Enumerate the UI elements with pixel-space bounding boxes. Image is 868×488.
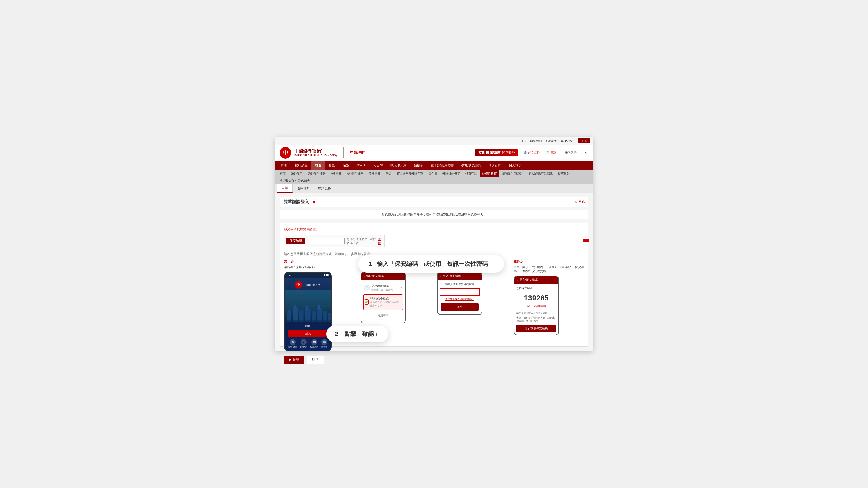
- sub-nav-gold[interactable]: 貴金屬: [426, 170, 440, 177]
- phone-login-btn[interactable]: 登入: [288, 330, 328, 337]
- nav-item-insurance[interactable]: 保險: [339, 161, 353, 170]
- sub-nav-ipo[interactable]: 新股認購/存款認識: [526, 170, 555, 177]
- login-icon: 🔐: [365, 299, 369, 305]
- steps-area: 第一步 請點選「流動保安編碼」 8:42 ▊▊▊ 中 中國銀行(香港): [284, 259, 584, 351]
- nav-item-lica[interactable]: 理財: [277, 161, 291, 170]
- nav-item-upgrade[interactable]: 提升/緊急限額: [457, 161, 485, 170]
- back-icon-3[interactable]: ‹: [440, 274, 442, 278]
- app-screen4-header: ‹ 登入/保安編碼: [514, 276, 558, 284]
- app-menu-login-code[interactable]: 🔐 登入/保安編碼 作為登入網上銀行行驗並完成安全交易 ›: [363, 294, 403, 310]
- app-screen-2: ‹ 獲取保安編碼 📄 交易驗證編碼 驗證此次交易的密碼: [361, 272, 406, 323]
- cityscape-svg: [285, 304, 331, 322]
- tab-records[interactable]: 申請記錄: [314, 184, 335, 192]
- step3-title: 第三步: [437, 259, 507, 264]
- nav-item-assistant[interactable]: 個人助理: [485, 161, 505, 170]
- sub-nav-questionnaire[interactable]: 客戶投資取向問卷/服告: [277, 177, 313, 184]
- otp-input-box[interactable]: [440, 288, 479, 296]
- app-screen2-header: ‹ 獲取保安編碼: [361, 272, 405, 280]
- nav-item-ecoupon[interactable]: 電子結算/通知書: [427, 161, 457, 170]
- apply-icon: 🏦: [524, 151, 527, 154]
- app-screen2-body: 📄 交易驗證編碼 驗證此次交易的密碼 › 🔐: [361, 280, 405, 323]
- sub-nav-overview[interactable]: 概覽: [277, 170, 288, 177]
- sub-nav-astock[interactable]: A股證券: [328, 170, 344, 177]
- phone-mockup: 8:42 ▊▊▊ 中 中國銀行(香港): [284, 272, 332, 351]
- sub-nav-usstock[interactable]: 美股證券: [366, 170, 383, 177]
- otp-confirm-btn[interactable]: 確文: [441, 304, 478, 311]
- sub-nav-research[interactable]: 研究報告: [555, 170, 572, 177]
- qr-icon: 📱: [301, 339, 307, 345]
- apply-btn[interactable]: 🏦 起立賬戶: [521, 150, 542, 155]
- phone-signal: ▊▊▊: [324, 274, 329, 276]
- logo-circle: 中: [280, 147, 291, 159]
- input-label: 保安編碼: [286, 238, 306, 244]
- sub-nav-fxlink[interactable]: 外匯掛鈎投資: [440, 170, 463, 177]
- svg-rect-7: [306, 306, 308, 309]
- print-label: 列印: [579, 200, 585, 204]
- app-notes: 注意事項: [363, 311, 403, 321]
- print-button[interactable]: 🖨 列印: [575, 200, 585, 204]
- steps-intro: 請在您的手機上開啟流動應用程式，並根據以下步驟進行驗證:: [284, 252, 584, 256]
- svg-rect-2: [292, 307, 298, 321]
- svg-rect-10: [318, 305, 320, 309]
- main-link[interactable]: 主頁: [521, 139, 527, 143]
- bottom-buttons: ▶ 確認 取消: [284, 356, 584, 364]
- browser-window: 主頁 聯絡我們 香港時間：2024/08/26 登出 中 中國銀行(香港) BA…: [275, 137, 593, 351]
- nav-item-bank[interactable]: 銀行結算: [291, 161, 311, 170]
- sub-nav-fx[interactable]: 資金賬戶及外匯存單: [394, 170, 426, 177]
- cancel-button[interactable]: 取消: [307, 356, 324, 364]
- chevron-icon-2: ›: [401, 300, 402, 304]
- qr-label: QR碼付: [300, 346, 307, 348]
- sub-nav-structured[interactable]: 結構性投資: [479, 170, 499, 177]
- main-content-box: 意見博覽 該交易須使用雙重認證。 保安編碼 您亦可選擇使用一次性密碼，請 按此 …: [280, 223, 588, 347]
- top-nav-links: 主頁 聯絡我們 香港時間：2024/08/26: [521, 139, 574, 143]
- code-timer: 倒計 54秒後過時: [517, 305, 556, 308]
- logo-area: 中 中國銀行(香港) BANK OF CHINA (HONG KONG) 中銀理…: [280, 147, 365, 159]
- user-selector[interactable]: 我的賬戶: [562, 150, 588, 155]
- nav-item-rmb[interactable]: 人民幣: [370, 161, 386, 170]
- chevron-icon-1: ›: [401, 286, 402, 290]
- auth-note: 該交易須使用雙重認證。: [284, 227, 584, 232]
- otp-resend[interactable]: 忘記流動保安編碼密碼嗎？: [440, 298, 479, 301]
- logo-text-area: 中國銀行(香港) BANK OF CHINA (HONG KONG): [294, 148, 337, 157]
- nav-item-loan[interactable]: 貸款: [325, 161, 339, 170]
- tab-account[interactable]: 賬戶資料: [292, 184, 314, 192]
- app-screen2-title: 獲取保安編碼: [366, 274, 384, 278]
- nav-item-invest[interactable]: 投資: [311, 161, 325, 170]
- sub-nav-fund[interactable]: 基金: [383, 170, 394, 177]
- sub-nav-deposit[interactable]: 投資存款: [463, 170, 479, 177]
- back-icon-4[interactable]: ‹: [517, 278, 518, 282]
- invest-label: 投資理財: [310, 346, 318, 348]
- back-icon[interactable]: ‹: [364, 274, 365, 278]
- security-code-input[interactable]: [308, 238, 345, 244]
- sub-nav-hkstock[interactable]: 港股證券: [288, 170, 306, 177]
- login-item2-label: 登入/保安編碼: [370, 297, 401, 301]
- nav-item-credit[interactable]: 信用卡: [353, 161, 370, 170]
- step-2-block: 第二步 選擇「登入/保安編碼」 ‹ 獲取保安編碼 📄: [361, 259, 431, 323]
- top-nav-bar: 主頁 聯絡我們 香港時間：2024/08/26 登出: [275, 137, 593, 145]
- invest-icon: 📈: [311, 339, 317, 345]
- sub-nav-astock-open[interactable]: A股證券開戶: [344, 170, 366, 177]
- sub-nav-bond[interactable]: 債務證劵/存款証: [499, 170, 526, 177]
- input-link[interactable]: 按此: [378, 237, 382, 245]
- tab-apply[interactable]: 申請: [277, 184, 292, 193]
- code-label: 您的保安編碼: [517, 286, 556, 290]
- nav-item-settings[interactable]: 個人設定: [505, 161, 525, 170]
- nav-item-cross[interactable]: 跨境理財通: [386, 161, 410, 170]
- sub-nav-hkstock-open[interactable]: 港股證券開戶: [306, 170, 328, 177]
- top-nav-right: 主頁 聯絡我們 香港時間：2024/08/26 登出: [521, 139, 590, 143]
- feedback-button[interactable]: 意見博覽: [583, 239, 589, 242]
- app-menu-tx-code[interactable]: 📄 交易驗證編碼 驗證此次交易的密碼 ›: [363, 282, 403, 294]
- contact-link[interactable]: 聯絡我們: [530, 139, 542, 143]
- tx-item1-sub: 驗證此次交易的密碼: [371, 288, 393, 291]
- otp-label: 請輸入流動保安編碼密碼: [440, 283, 479, 286]
- confirm-button[interactable]: ▶ 確認: [284, 356, 304, 364]
- step-1-block: 第一步 請點選「流動保安編碼」 8:42 ▊▊▊ 中 中國銀行(香港): [284, 259, 354, 351]
- svg-rect-5: [300, 306, 301, 310]
- nav-item-mpf[interactable]: 強積金: [410, 161, 427, 170]
- logout-button[interactable]: 登出: [579, 139, 590, 143]
- code-note-1: 請勿在網上輸入上列保安編碼: [517, 311, 556, 315]
- code-submit-btn[interactable]: 再次獲取保安編碼: [517, 325, 556, 332]
- phone-city-image: [285, 290, 331, 323]
- promo-text: 立即推廣額度: [478, 150, 500, 155]
- info-btn[interactable]: 📋 查詢: [544, 150, 559, 155]
